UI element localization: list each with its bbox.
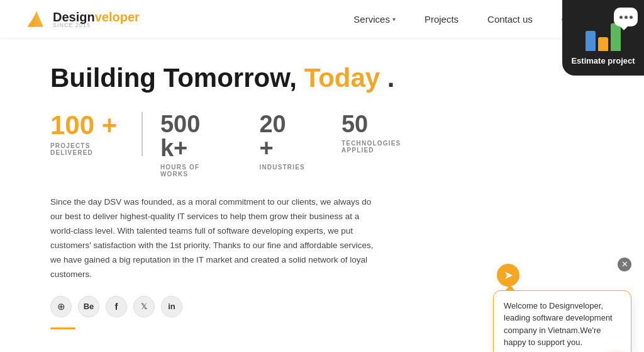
chat-message-text: Welcome to Designveloper, leading softwa… xyxy=(504,301,613,348)
nav-item-contact[interactable]: Contact us xyxy=(476,9,544,30)
chat-close-button[interactable]: ✕ xyxy=(618,258,631,271)
estimate-chat-bubble xyxy=(614,8,638,26)
logo-accent: veloper xyxy=(95,10,140,24)
stat-hours: 500 k+ HOURS OF WORKS xyxy=(143,112,242,178)
accent-underline xyxy=(50,327,75,329)
chat-arrow-icon: ➤ xyxy=(497,264,519,287)
social-icon-dribbble[interactable]: ⊕ xyxy=(50,296,72,317)
header: Designveloper SINCE 2015 Services ▾ Proj… xyxy=(0,0,644,38)
stats-row: 100 + PROJECTS DELIVERED 500 k+ HOURS OF… xyxy=(50,112,440,178)
social-icon-behance[interactable]: Be xyxy=(78,296,99,317)
logo-icon xyxy=(25,8,48,30)
chat-widget: ✕ ➤ Welcome to Designveloper, leading so… xyxy=(493,264,631,352)
main-content: Building Tomorrow, Today . 100 + PROJECT… xyxy=(0,38,478,348)
social-icon-twitter[interactable]: 𝕏 xyxy=(133,296,155,317)
stat-industries-number: 20 + xyxy=(259,112,305,160)
social-icon-linkedin[interactable]: in xyxy=(161,296,182,317)
stat-hours-label: HOURS OF WORKS xyxy=(160,164,223,178)
social-icons-row: ⊕ Be f 𝕏 in xyxy=(50,296,440,317)
stat-hours-number: 500 k+ xyxy=(160,112,223,160)
chat-message-box: Welcome to Designveloper, leading softwa… xyxy=(493,290,631,352)
hero-headline: Building Tomorrow, Today . xyxy=(50,63,440,93)
hero-description: Since the day DSV was founded, as a mora… xyxy=(50,195,384,282)
chevron-down-icon: ▾ xyxy=(392,16,396,23)
stat-projects-label: PROJECTS DELIVERED xyxy=(50,142,123,156)
logo-text-area: Designveloper SINCE 2015 xyxy=(53,10,140,28)
headline-today: Today xyxy=(304,63,380,93)
nav-item-services[interactable]: Services ▾ xyxy=(342,9,407,30)
headline-dot: . xyxy=(380,63,394,93)
logo[interactable]: Designveloper SINCE 2015 xyxy=(25,8,140,30)
bar-chart-bar2 xyxy=(598,37,608,51)
headline-part1: Building Tomorrow, xyxy=(50,63,304,93)
estimate-illustration xyxy=(586,23,621,51)
stat-technologies-number: 50 xyxy=(341,112,421,136)
stat-industries: 20 + INDUSTRIES xyxy=(242,112,324,171)
stat-technologies-label: TECHNOLOGIES APPLIED xyxy=(341,140,421,154)
social-icon-facebook[interactable]: f xyxy=(106,296,127,317)
stat-industries-label: INDUSTRIES xyxy=(259,164,305,171)
bar-chart-bar1 xyxy=(586,31,596,51)
stat-technologies: 50 TECHNOLOGIES APPLIED xyxy=(324,112,440,154)
bar-chart-bar3 xyxy=(611,23,621,51)
estimate-project-button[interactable]: Estimate project xyxy=(562,0,644,76)
stat-projects: 100 + PROJECTS DELIVERED xyxy=(50,112,143,156)
stat-projects-number: 100 + xyxy=(50,112,123,139)
chat-dots xyxy=(619,16,633,19)
nav-item-projects[interactable]: Projects xyxy=(413,9,470,30)
estimate-label: Estimate project xyxy=(571,56,635,67)
